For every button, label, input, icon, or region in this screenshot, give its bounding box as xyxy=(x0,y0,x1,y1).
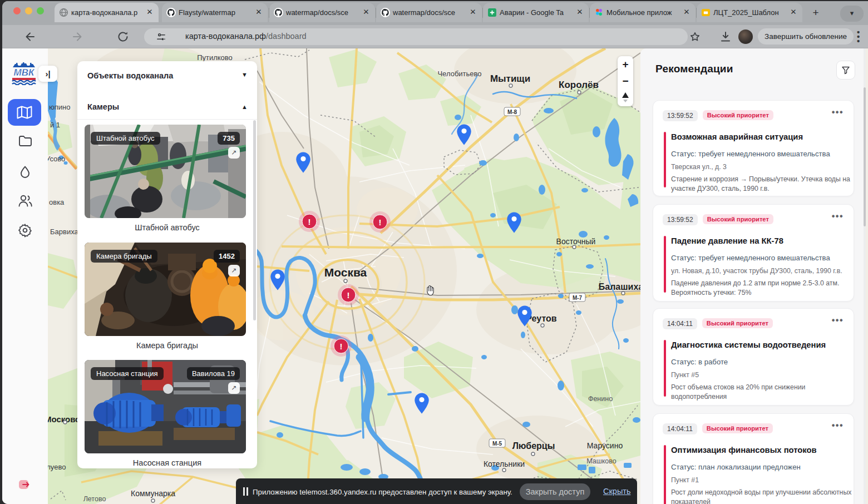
svg-text:Путилково: Путилково xyxy=(197,53,233,62)
svg-text:М-7: М-7 xyxy=(573,295,583,301)
svg-text:!: ! xyxy=(379,218,382,227)
svg-text:Балашиха: Балашиха xyxy=(599,282,640,291)
svg-text:Усово: Усово xyxy=(48,155,65,163)
svg-text:М-5: М-5 xyxy=(492,441,502,447)
svg-text:Челобитьево: Челобитьево xyxy=(437,70,481,78)
svg-text:!: ! xyxy=(340,342,343,351)
svg-text:Марусино: Марусино xyxy=(587,441,623,450)
svg-text:М-8: М-8 xyxy=(507,109,517,115)
svg-text:!: ! xyxy=(308,217,311,226)
svg-text:овка: овка xyxy=(49,198,65,206)
svg-text:МВК: МВК xyxy=(14,67,35,78)
svg-text:й 1: й 1 xyxy=(50,121,60,129)
svg-text:!: ! xyxy=(347,290,350,300)
svg-text:алуево: алуево xyxy=(48,463,66,471)
svg-text:Люберцы: Люберцы xyxy=(512,441,555,451)
svg-text:Королёв: Королёв xyxy=(559,80,599,90)
svg-text:Коммунарка: Коммунарка xyxy=(131,489,175,498)
svg-text:Фенино: Фенино xyxy=(588,395,613,403)
svg-text:Барвиха: Барвиха xyxy=(50,228,79,236)
svg-text:Котельники: Котельники xyxy=(484,459,525,468)
svg-text:Летово: Летово xyxy=(83,495,106,503)
svg-text:Машково: Машково xyxy=(586,457,617,465)
svg-text:Мытищи: Мытищи xyxy=(490,73,530,84)
svg-text:Восточный: Восточный xyxy=(556,237,596,246)
svg-text:Москва: Москва xyxy=(324,266,367,279)
svg-text:юпино: юпино xyxy=(49,103,70,111)
